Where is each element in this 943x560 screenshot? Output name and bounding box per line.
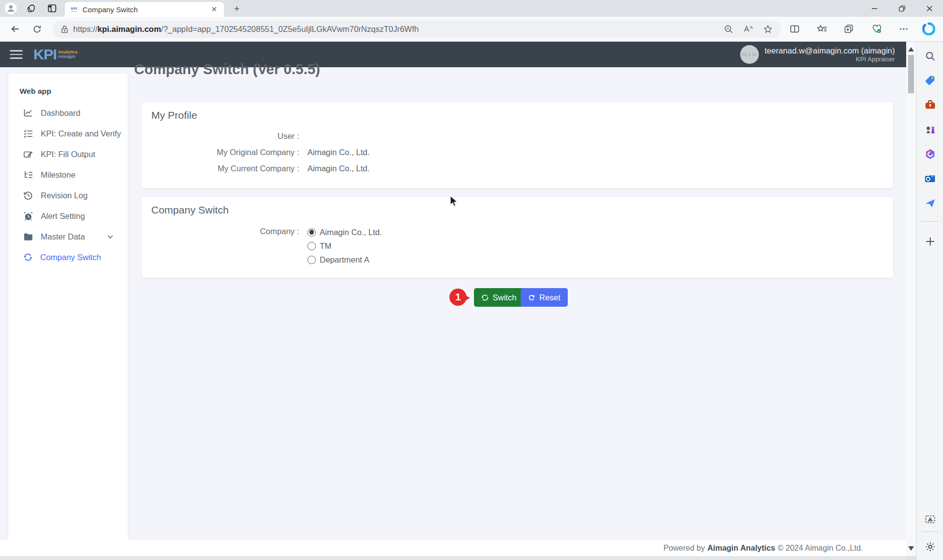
redo-arrow-icon: [528, 294, 535, 301]
window-close-button[interactable]: [915, 0, 943, 17]
switch-button[interactable]: Switch: [474, 288, 524, 307]
radio-option-aimagin[interactable]: Aimagin Co., Ltd.: [307, 227, 382, 238]
chevron-down-icon[interactable]: [107, 233, 114, 240]
user-profile-block[interactable]: 32 x 32 teeranad.w@aimagin.com (aimagin)…: [740, 42, 895, 67]
radio-option-tm[interactable]: TM: [307, 240, 382, 251]
footer-brand: Aimagin Analytics: [707, 544, 775, 553]
user-role: KPI Appraiser: [856, 55, 895, 63]
user-email: teeranad.w@aimagin.com (aimagin): [765, 46, 895, 56]
zoom-out-page-icon[interactable]: [721, 22, 736, 37]
url-host: kpi.aimagin.com: [98, 25, 161, 33]
sidebar-item-label: Company Switch: [40, 253, 101, 262]
favorites-button[interactable]: [813, 21, 830, 37]
back-button[interactable]: [7, 21, 24, 37]
new-tab-button[interactable]: +: [230, 2, 244, 15]
footer-powered-by: Powered by: [664, 544, 705, 553]
scroll-down-arrow[interactable]: [908, 546, 914, 551]
sidebar-microsoft365-button[interactable]: [924, 148, 937, 160]
browser-tab-strip: KPI Company Switch ✕ +: [0, 0, 943, 17]
edit-square-icon: [24, 150, 33, 159]
profile-card-title: My Profile: [151, 109, 884, 121]
favorite-star-icon[interactable]: [760, 22, 775, 37]
radio-button[interactable]: [307, 256, 316, 264]
sidebar-item-revision-log[interactable]: Revision Log: [8, 185, 128, 206]
sidebar-item-label: Revision Log: [41, 191, 87, 200]
sidebar-search-button[interactable]: [924, 50, 937, 63]
window-restore-button[interactable]: [888, 0, 915, 17]
site-lock-icon[interactable]: [61, 25, 68, 34]
edge-sidebar: [916, 42, 943, 560]
sidebar-settings-button[interactable]: [924, 540, 937, 553]
collections-button[interactable]: [840, 21, 857, 37]
radio-label: Department A: [320, 255, 369, 265]
sidebar: Web app Dashboard KPI: Create and Verify: [8, 74, 128, 551]
url-path: /?_appId=app_1702545208551_0Z5e5uIjlLGkA…: [161, 25, 419, 33]
address-bar[interactable]: https://kpi.aimagin.com/?_appId=app_1702…: [53, 21, 781, 38]
sidebar-drop-button[interactable]: [924, 197, 937, 210]
sidebar-item-kpi-create-verify[interactable]: KPI: Create and Verify: [8, 123, 128, 144]
field-label-company: Company :: [151, 227, 299, 236]
browser-profile-button[interactable]: [4, 1, 18, 15]
reset-button[interactable]: Reset: [521, 288, 568, 307]
logo-kpi-text: KPI: [33, 46, 56, 63]
sidebar-item-label: KPI: Fill Output: [41, 150, 95, 159]
kpi-analytics-logo[interactable]: KPI Analytics Aimagin: [33, 46, 78, 63]
tab-title: Company Switch: [83, 5, 205, 14]
user-avatar: 32 x 32: [740, 45, 759, 64]
field-label-current-company: My Current Company :: [151, 164, 299, 173]
sidebar-item-label: Master Data: [41, 232, 85, 241]
scroll-up-arrow[interactable]: [908, 47, 914, 52]
split-screen-button[interactable]: [786, 21, 803, 37]
tab-close-icon[interactable]: ✕: [209, 4, 219, 14]
sidebar-item-company-switch[interactable]: Company Switch: [8, 247, 128, 267]
sidebar-tools-button[interactable]: [924, 99, 937, 111]
chart-line-icon: [24, 108, 33, 118]
page-footer: Powered by Aimagin Analytics © 2024 Aima…: [0, 540, 906, 556]
radio-button-checked[interactable]: [307, 228, 316, 237]
copilot-button[interactable]: [920, 21, 937, 37]
field-label-user: User :: [151, 132, 299, 141]
sidebar-add-button[interactable]: [924, 235, 937, 248]
radio-button[interactable]: [307, 242, 316, 250]
menu-hamburger-icon[interactable]: [10, 50, 23, 59]
sidebar-item-label: KPI: Create and Verify: [41, 129, 121, 138]
workspaces-button[interactable]: [25, 1, 38, 15]
sidebar-item-dashboard[interactable]: Dashboard: [8, 103, 128, 123]
sidebar-item-label: Milestone: [41, 170, 76, 180]
sidebar-item-kpi-fill-output[interactable]: KPI: Fill Output: [8, 144, 128, 164]
sidebar-item-master-data[interactable]: Master Data: [8, 226, 128, 247]
window-minimize-button[interactable]: [860, 0, 888, 17]
browser-tab[interactable]: KPI Company Switch ✕: [65, 2, 224, 17]
url-scheme: https://: [73, 25, 98, 33]
browser-toolbar: https://kpi.aimagin.com/?_appId=app_1702…: [0, 17, 943, 42]
page-scrollbar[interactable]: [906, 42, 916, 556]
alarm-clock-icon: [24, 212, 33, 221]
radio-label: TM: [320, 241, 332, 251]
sidebar-item-milestone[interactable]: Milestone: [8, 164, 128, 185]
scrollbar-thumb[interactable]: [908, 55, 914, 93]
sidebar-screenshot-button[interactable]: [924, 513, 937, 526]
sidebar-games-button[interactable]: [924, 123, 937, 136]
browser-essentials-button[interactable]: [868, 21, 885, 37]
sidebar-item-label: Alert Setting: [41, 212, 85, 221]
sidebar-section-title: Web app: [8, 87, 128, 96]
workspaces-icon: [27, 3, 36, 13]
company-radio-group: Aimagin Co., Ltd. TM Department A: [307, 227, 382, 265]
footer-copyright: © 2024 Aimagin Co.,Ltd.: [777, 544, 863, 553]
settings-more-button[interactable]: [895, 21, 912, 37]
sync-arrows-icon: [24, 253, 32, 262]
mouse-cursor: [450, 195, 459, 208]
sidebar-item-alert-setting[interactable]: Alert Setting: [8, 206, 128, 226]
sidebar-outlook-button[interactable]: [924, 172, 937, 185]
url-text[interactable]: https://kpi.aimagin.com/?_appId=app_1702…: [73, 25, 716, 34]
logo-aimagin-text: Aimagin: [58, 54, 78, 59]
switch-card-title: Company Switch: [151, 204, 884, 216]
reset-button-label: Reset: [539, 293, 560, 302]
value-current-company: Aimagin Co., Ltd.: [307, 164, 370, 173]
radio-option-department-a[interactable]: Department A: [307, 254, 382, 265]
sidebar-shopping-button[interactable]: [924, 74, 937, 87]
read-aloud-icon[interactable]: [741, 22, 755, 37]
refresh-button[interactable]: [28, 21, 45, 37]
screen: KPI Company Switch ✕ +: [0, 0, 943, 560]
tab-actions-button[interactable]: [45, 1, 59, 15]
